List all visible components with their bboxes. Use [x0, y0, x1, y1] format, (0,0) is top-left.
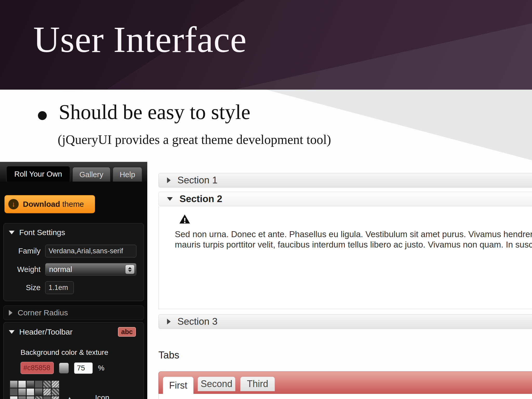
alert-icon: [179, 214, 190, 226]
corner-radius-header[interactable]: Corner Radius: [3, 305, 144, 320]
download-theme-label: Download theme: [23, 200, 84, 209]
themeroller-tabstrip: Roll Your Own Gallery Help: [0, 162, 147, 182]
partial-label: t: [69, 396, 71, 399]
background-color-label: Background color & texture: [21, 348, 108, 357]
accordion-section-1-label: Section 1: [177, 175, 217, 186]
download-theme-button[interactable]: ↓ Download theme: [4, 195, 95, 213]
opacity-input[interactable]: [74, 362, 93, 374]
texture-swatch[interactable]: [26, 388, 34, 396]
texture-swatch[interactable]: [43, 388, 51, 396]
bullet-text: Should be easy to style: [59, 100, 250, 124]
font-settings-header[interactable]: Font Settings: [4, 223, 144, 237]
texture-swatch[interactable]: [18, 396, 26, 399]
texture-swatch[interactable]: [51, 396, 59, 399]
texture-swatch[interactable]: [43, 381, 51, 388]
bullet-subtext: (jQueryUI provides a great theme develop…: [58, 132, 331, 147]
slide-header-band: User Interface: [0, 0, 532, 90]
triangle-right-icon: [167, 177, 171, 183]
themeroller-panel: Roll Your Own Gallery Help ↓ Download th…: [0, 162, 147, 399]
texture-swatch[interactable]: [35, 396, 43, 399]
abc-badge[interactable]: abc: [118, 327, 136, 337]
triangle-right-icon: [167, 319, 171, 324]
texture-swatch[interactable]: [35, 381, 43, 388]
texture-swatch-grid: [10, 381, 59, 399]
demo-tab-third[interactable]: Third: [240, 377, 275, 391]
tab-help[interactable]: Help: [113, 167, 142, 182]
accordion-section-1-header[interactable]: Section 1: [158, 173, 532, 188]
icon-label: Icon: [95, 394, 109, 399]
page-title: User Interface: [33, 18, 247, 61]
triangle-right-icon: [9, 310, 12, 316]
demo-tab-second[interactable]: Second: [198, 377, 235, 391]
bullet-dot: [38, 111, 47, 120]
background-color-row: %: [21, 362, 104, 374]
accordion-section-2-content: Sed non urna. Donec et ante. Phasellus e…: [158, 206, 532, 309]
font-settings-form: Family Weight normal Size: [4, 237, 144, 301]
font-weight-value: normal: [49, 265, 72, 274]
header-toolbar-section: Header/Toolbar abc Background color & te…: [3, 322, 144, 399]
texture-swatch[interactable]: [51, 388, 59, 396]
texture-swatch[interactable]: [18, 381, 26, 388]
texture-swatch[interactable]: [10, 396, 18, 399]
weight-label: Weight: [6, 265, 45, 274]
texture-swatch[interactable]: [10, 388, 18, 396]
accordion-section-2-header[interactable]: Section 2: [158, 192, 532, 206]
texture-swatch[interactable]: [51, 381, 59, 388]
size-label: Size: [6, 283, 45, 292]
texture-swatch[interactable]: [18, 388, 26, 396]
font-weight-select[interactable]: normal: [45, 263, 136, 276]
texture-swatch[interactable]: [26, 396, 34, 399]
accordion-paragraph: Sed non urna. Donec et ante. Phasellus e…: [175, 229, 532, 250]
texture-swatch[interactable]: [43, 396, 51, 399]
family-label: Family: [6, 247, 45, 255]
spinner-icon[interactable]: [125, 265, 135, 274]
tab-roll-your-own[interactable]: Roll Your Own: [6, 166, 70, 182]
header-bg-color-input[interactable]: [21, 362, 54, 374]
tab-gallery[interactable]: Gallery: [72, 167, 110, 182]
download-icon: ↓: [8, 199, 19, 209]
header-toolbar-header[interactable]: Header/Toolbar abc: [4, 322, 144, 337]
accordion-section-2-label: Section 2: [179, 194, 222, 204]
texture-swatch[interactable]: [35, 388, 43, 396]
triangle-down-icon: [167, 197, 173, 201]
percent-label: %: [98, 364, 104, 372]
font-size-input[interactable]: [45, 281, 74, 294]
font-settings-section: Font Settings Family Weight normal Size: [3, 223, 144, 301]
accordion-section-3-header[interactable]: Section 3: [158, 314, 532, 329]
triangle-down-icon: [9, 330, 15, 334]
texture-swatch[interactable]: [26, 381, 34, 388]
triangle-down-icon: [9, 231, 15, 234]
tabs-demo-title: Tabs: [158, 350, 179, 361]
tabs-content-panel: [158, 394, 532, 399]
texture-swatch[interactable]: [10, 381, 18, 388]
header-toolbar-title: Header/Toolbar: [19, 328, 72, 336]
tabs-widget: First Second Third: [158, 371, 532, 399]
corner-radius-title: Corner Radius: [18, 308, 68, 317]
accordion-section-3-label: Section 3: [177, 316, 217, 327]
font-settings-title: Font Settings: [19, 228, 65, 237]
font-family-input[interactable]: [45, 245, 136, 257]
demo-tab-first[interactable]: First: [163, 377, 194, 394]
texture-picker-button[interactable]: [59, 363, 69, 374]
